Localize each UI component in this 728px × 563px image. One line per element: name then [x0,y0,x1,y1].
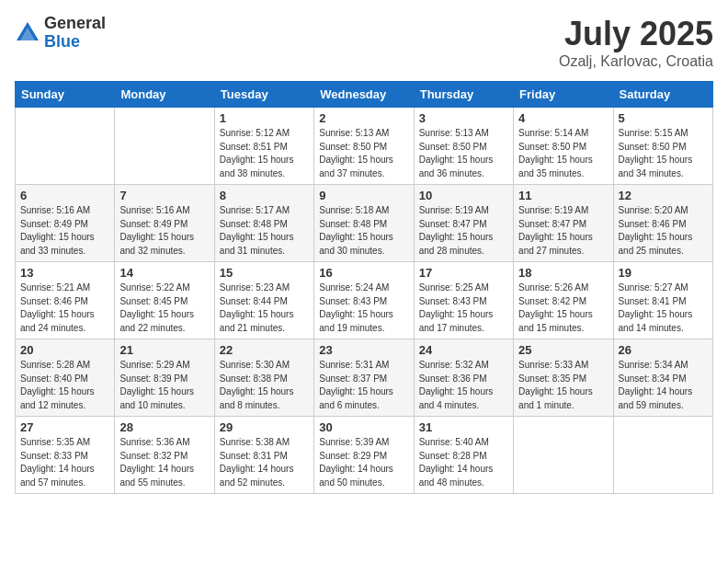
day-info: Sunrise: 5:15 AM Sunset: 8:50 PM Dayligh… [619,127,708,180]
calendar-cell: 26Sunrise: 5:34 AM Sunset: 8:34 PM Dayli… [613,339,712,417]
calendar-day-header: Thursday [414,82,513,108]
calendar-day-header: Monday [115,82,214,108]
calendar-day-header: Saturday [613,82,712,108]
day-info: Sunrise: 5:35 AM Sunset: 8:33 PM Dayligh… [20,436,109,489]
day-number: 8 [220,189,309,202]
calendar-cell: 21Sunrise: 5:29 AM Sunset: 8:39 PM Dayli… [115,339,214,417]
calendar-cell: 19Sunrise: 5:27 AM Sunset: 8:41 PM Dayli… [613,262,712,339]
day-number: 22 [220,343,309,357]
calendar-cell [115,108,214,185]
day-number: 31 [419,420,508,434]
day-number: 15 [220,266,309,280]
day-info: Sunrise: 5:26 AM Sunset: 8:42 PM Dayligh… [518,282,608,335]
day-info: Sunrise: 5:40 AM Sunset: 8:28 PM Dayligh… [419,436,508,489]
logo-general: General [44,15,106,33]
day-info: Sunrise: 5:39 AM Sunset: 8:29 PM Dayligh… [319,436,408,489]
day-info: Sunrise: 5:34 AM Sunset: 8:34 PM Dayligh… [619,359,708,412]
subtitle: Ozalj, Karlovac, Croatia [559,53,713,70]
calendar-cell: 30Sunrise: 5:39 AM Sunset: 8:29 PM Dayli… [314,417,414,494]
calendar-cell: 6Sunrise: 5:16 AM Sunset: 8:49 PM Daylig… [16,185,115,262]
day-number: 29 [220,420,309,434]
day-info: Sunrise: 5:23 AM Sunset: 8:44 PM Dayligh… [220,282,309,335]
day-info: Sunrise: 5:16 AM Sunset: 8:49 PM Dayligh… [20,204,109,258]
day-number: 3 [419,111,508,125]
page-header: General Blue July 2025 Ozalj, Karlovac, … [15,15,713,70]
day-info: Sunrise: 5:27 AM Sunset: 8:41 PM Dayligh… [619,282,708,335]
day-info: Sunrise: 5:13 AM Sunset: 8:50 PM Dayligh… [419,127,508,180]
calendar-table: SundayMondayTuesdayWednesdayThursdayFrid… [15,81,713,494]
calendar-week-row: 6Sunrise: 5:16 AM Sunset: 8:49 PM Daylig… [16,185,713,262]
day-number: 13 [20,266,109,280]
day-number: 11 [518,189,608,202]
calendar-week-row: 1Sunrise: 5:12 AM Sunset: 8:51 PM Daylig… [16,108,713,185]
day-number: 1 [220,111,309,125]
day-info: Sunrise: 5:14 AM Sunset: 8:50 PM Dayligh… [518,127,608,180]
calendar-cell: 22Sunrise: 5:30 AM Sunset: 8:38 PM Dayli… [214,339,313,417]
calendar-cell [613,417,712,494]
calendar-cell [16,108,115,185]
day-number: 27 [20,420,109,434]
calendar-cell [514,417,613,494]
main-title: July 2025 [559,15,713,53]
calendar-cell: 12Sunrise: 5:20 AM Sunset: 8:46 PM Dayli… [613,185,712,262]
day-number: 28 [119,420,209,434]
day-info: Sunrise: 5:28 AM Sunset: 8:40 PM Dayligh… [20,359,109,412]
day-number: 9 [319,189,408,202]
calendar-cell: 11Sunrise: 5:19 AM Sunset: 8:47 PM Dayli… [514,185,613,262]
calendar-day-header: Tuesday [214,82,313,108]
day-info: Sunrise: 5:22 AM Sunset: 8:45 PM Dayligh… [119,282,209,335]
day-number: 17 [419,266,508,280]
day-info: Sunrise: 5:36 AM Sunset: 8:32 PM Dayligh… [119,436,209,489]
calendar-cell: 18Sunrise: 5:26 AM Sunset: 8:42 PM Dayli… [514,262,613,339]
calendar-cell: 9Sunrise: 5:18 AM Sunset: 8:48 PM Daylig… [314,185,414,262]
day-number: 23 [319,343,408,357]
day-number: 10 [419,189,508,202]
calendar-week-row: 27Sunrise: 5:35 AM Sunset: 8:33 PM Dayli… [16,417,713,494]
day-info: Sunrise: 5:19 AM Sunset: 8:47 PM Dayligh… [419,204,508,258]
logo-blue: Blue [44,33,106,52]
day-info: Sunrise: 5:13 AM Sunset: 8:50 PM Dayligh… [319,127,408,180]
calendar-cell: 29Sunrise: 5:38 AM Sunset: 8:31 PM Dayli… [214,417,313,494]
day-number: 2 [319,111,408,125]
day-number: 4 [518,111,608,125]
calendar-header-row: SundayMondayTuesdayWednesdayThursdayFrid… [16,82,713,108]
calendar-day-header: Sunday [16,82,115,108]
day-number: 6 [20,189,109,202]
calendar-cell: 1Sunrise: 5:12 AM Sunset: 8:51 PM Daylig… [214,108,313,185]
day-info: Sunrise: 5:24 AM Sunset: 8:43 PM Dayligh… [319,282,408,335]
logo: General Blue [15,15,106,52]
calendar-cell: 13Sunrise: 5:21 AM Sunset: 8:46 PM Dayli… [16,262,115,339]
day-number: 24 [419,343,508,357]
calendar-cell: 31Sunrise: 5:40 AM Sunset: 8:28 PM Dayli… [414,417,513,494]
day-number: 18 [518,266,608,280]
day-info: Sunrise: 5:18 AM Sunset: 8:48 PM Dayligh… [319,204,408,258]
calendar-cell: 17Sunrise: 5:25 AM Sunset: 8:43 PM Dayli… [414,262,513,339]
calendar-cell: 2Sunrise: 5:13 AM Sunset: 8:50 PM Daylig… [314,108,414,185]
calendar-week-row: 20Sunrise: 5:28 AM Sunset: 8:40 PM Dayli… [16,339,713,417]
day-number: 26 [619,343,708,357]
calendar-cell: 5Sunrise: 5:15 AM Sunset: 8:50 PM Daylig… [613,108,712,185]
calendar-cell: 3Sunrise: 5:13 AM Sunset: 8:50 PM Daylig… [414,108,513,185]
calendar-cell: 25Sunrise: 5:33 AM Sunset: 8:35 PM Dayli… [514,339,613,417]
calendar-cell: 16Sunrise: 5:24 AM Sunset: 8:43 PM Dayli… [314,262,414,339]
day-info: Sunrise: 5:21 AM Sunset: 8:46 PM Dayligh… [20,282,109,335]
day-info: Sunrise: 5:20 AM Sunset: 8:46 PM Dayligh… [619,204,708,258]
title-block: July 2025 Ozalj, Karlovac, Croatia [559,15,713,70]
day-info: Sunrise: 5:38 AM Sunset: 8:31 PM Dayligh… [220,436,309,489]
calendar-week-row: 13Sunrise: 5:21 AM Sunset: 8:46 PM Dayli… [16,262,713,339]
day-number: 12 [619,189,708,202]
calendar-cell: 8Sunrise: 5:17 AM Sunset: 8:48 PM Daylig… [214,185,313,262]
day-number: 16 [319,266,408,280]
day-number: 7 [119,189,209,202]
day-info: Sunrise: 5:29 AM Sunset: 8:39 PM Dayligh… [119,359,209,412]
calendar-cell: 10Sunrise: 5:19 AM Sunset: 8:47 PM Dayli… [414,185,513,262]
day-info: Sunrise: 5:12 AM Sunset: 8:51 PM Dayligh… [220,127,309,180]
day-info: Sunrise: 5:31 AM Sunset: 8:37 PM Dayligh… [319,359,408,412]
calendar-cell: 7Sunrise: 5:16 AM Sunset: 8:49 PM Daylig… [115,185,214,262]
day-number: 5 [619,111,708,125]
calendar-cell: 24Sunrise: 5:32 AM Sunset: 8:36 PM Dayli… [414,339,513,417]
calendar-cell: 14Sunrise: 5:22 AM Sunset: 8:45 PM Dayli… [115,262,214,339]
day-number: 19 [619,266,708,280]
logo-text: General Blue [44,15,106,52]
day-number: 20 [20,343,109,357]
